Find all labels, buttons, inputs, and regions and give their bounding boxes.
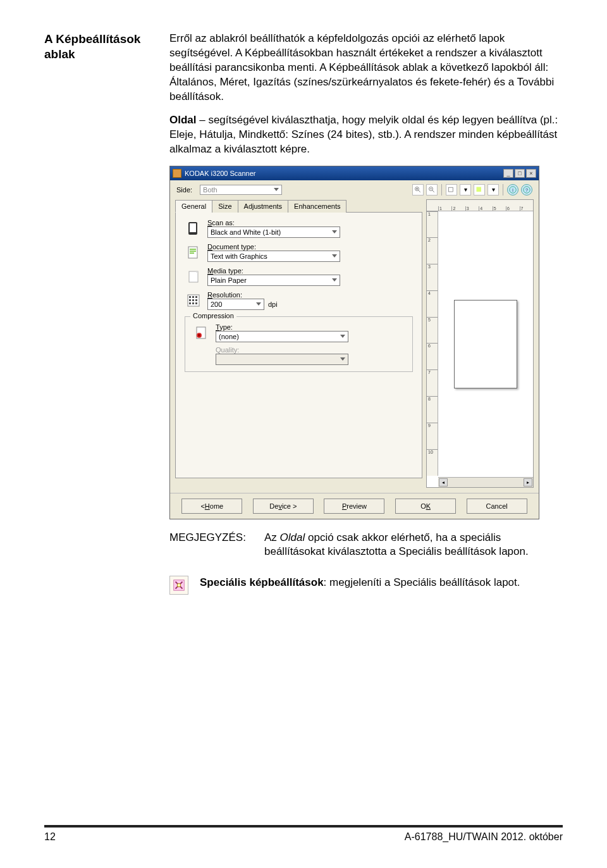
scroll-right-button[interactable]: ▸ bbox=[524, 478, 532, 487]
minimize-button[interactable]: _ bbox=[503, 169, 513, 178]
blank-page-preview bbox=[454, 300, 517, 388]
compression-icon bbox=[193, 324, 211, 342]
svg-rect-23 bbox=[192, 296, 194, 298]
svg-line-5 bbox=[432, 190, 434, 192]
svg-rect-16 bbox=[190, 249, 196, 250]
svg-rect-19 bbox=[189, 271, 198, 282]
tool1-icon[interactable] bbox=[446, 184, 457, 195]
section-title: A Képbeállítások ablak bbox=[44, 32, 145, 595]
vertical-ruler: 12345678910 bbox=[427, 211, 438, 476]
chevron-down-icon bbox=[332, 254, 337, 257]
media-icon bbox=[185, 268, 202, 285]
svg-rect-25 bbox=[189, 299, 191, 301]
tab-strip: General Size Adjustments Enhancements bbox=[175, 199, 422, 213]
zoom-out-icon[interactable] bbox=[426, 184, 438, 195]
ok-button[interactable]: OK bbox=[395, 499, 456, 514]
side-label: Side: bbox=[176, 186, 192, 194]
side-dropdown[interactable]: Both bbox=[200, 185, 282, 195]
compression-type-dropdown[interactable]: (none) bbox=[216, 331, 348, 342]
oldal-rest: – segítségével kiválaszthatja, hogy mely… bbox=[169, 114, 558, 155]
dpi-label: dpi bbox=[268, 301, 278, 308]
svg-rect-7 bbox=[449, 187, 453, 192]
svg-rect-29 bbox=[192, 302, 194, 304]
svg-rect-30 bbox=[195, 302, 197, 304]
chevron-down-icon bbox=[340, 357, 345, 361]
advanced-settings-icon bbox=[169, 576, 188, 595]
svg-point-35 bbox=[177, 584, 181, 588]
tool4-icon[interactable]: ▾ bbox=[487, 184, 499, 195]
device-button[interactable]: Device > bbox=[253, 499, 314, 514]
preview-canvas bbox=[438, 211, 533, 477]
scroll-left-button[interactable]: ◂ bbox=[439, 478, 448, 487]
scanner-dialog: KODAK i3200 Scanner _ □ × Side: Both bbox=[169, 166, 539, 519]
help-icon[interactable]: ? bbox=[521, 184, 532, 195]
chevron-down-icon bbox=[332, 230, 337, 233]
preview-pane: 1234567 12345678910 ◂ ▸ bbox=[426, 199, 534, 488]
doctype-dropdown[interactable]: Text with Graphics bbox=[207, 251, 340, 262]
chevron-down-icon bbox=[332, 278, 337, 282]
zoom-in-icon[interactable] bbox=[412, 184, 424, 195]
home-button[interactable]: < Home bbox=[181, 499, 242, 514]
resolution-dropdown[interactable]: 200 bbox=[207, 299, 264, 310]
compression-group: Compression Type: (none) bbox=[185, 316, 413, 372]
tab-size[interactable]: Size bbox=[212, 200, 238, 213]
intro-paragraph: Erről az ablakról beállíthatók a képfeld… bbox=[169, 32, 563, 104]
top-toolbar: Side: Both bbox=[170, 180, 539, 199]
svg-rect-27 bbox=[195, 299, 197, 301]
scan-as-icon bbox=[185, 220, 202, 237]
note-body: Az Oldal opció csak akkor elérhető, ha a… bbox=[264, 531, 563, 560]
svg-rect-18 bbox=[190, 252, 194, 254]
doctype-icon bbox=[185, 244, 202, 261]
svg-rect-22 bbox=[189, 296, 191, 298]
tab-general[interactable]: General bbox=[175, 200, 212, 213]
horizontal-ruler: 1234567 bbox=[427, 200, 533, 211]
tool3-icon[interactable] bbox=[474, 184, 485, 195]
tab-adjustments[interactable]: Adjustments bbox=[238, 200, 289, 213]
quality-label: Quality: bbox=[216, 346, 405, 354]
svg-rect-24 bbox=[195, 296, 197, 298]
oldal-paragraph: Oldal – segítségével kiválaszthatja, hog… bbox=[169, 113, 563, 157]
scan-as-dropdown[interactable]: Black and White (1-bit) bbox=[207, 226, 340, 238]
info-icon[interactable]: i bbox=[507, 184, 518, 195]
advanced-row: Speciális képbeállítások: megjeleníti a … bbox=[169, 576, 563, 595]
quality-dropdown bbox=[216, 354, 348, 365]
doc-id: A-61788_HU/TWAIN 2012. október bbox=[405, 831, 563, 843]
cancel-button[interactable]: Cancel bbox=[467, 499, 527, 514]
chevron-down-icon bbox=[274, 188, 279, 191]
svg-rect-28 bbox=[189, 302, 191, 304]
page-number: 12 bbox=[44, 831, 56, 843]
close-button[interactable]: × bbox=[526, 169, 536, 178]
svg-rect-14 bbox=[190, 223, 196, 232]
tab-enhancements[interactable]: Enhancements bbox=[288, 200, 346, 213]
tab-content: Scan as: Black and White (1-bit) Documen… bbox=[175, 213, 422, 478]
advanced-text: Speciális képbeállítások: megjeleníti a … bbox=[200, 576, 520, 590]
app-icon bbox=[173, 169, 181, 178]
preview-button[interactable]: Preview bbox=[324, 499, 384, 514]
note-label: MEGJEGYZÉS: bbox=[169, 531, 264, 560]
chevron-down-icon bbox=[340, 335, 345, 338]
svg-text:?: ? bbox=[525, 187, 528, 192]
horizontal-scrollbar[interactable]: ◂ ▸ bbox=[438, 477, 533, 487]
dialog-button-row: < Home Device > Preview OK Cancel bbox=[170, 493, 539, 519]
svg-rect-26 bbox=[192, 299, 194, 301]
titlebar: KODAK i3200 Scanner _ □ × bbox=[170, 166, 539, 180]
window-title: KODAK i3200 Scanner bbox=[185, 170, 502, 177]
oldal-bold: Oldal bbox=[169, 114, 197, 126]
tool2-icon[interactable]: ▾ bbox=[460, 184, 471, 195]
maximize-button[interactable]: □ bbox=[515, 169, 525, 178]
note-row: MEGJEGYZÉS: Az Oldal opció csak akkor el… bbox=[169, 531, 563, 560]
media-dropdown[interactable]: Plain Paper bbox=[207, 275, 340, 286]
svg-rect-17 bbox=[190, 251, 196, 252]
resolution-icon bbox=[185, 292, 202, 309]
svg-rect-33 bbox=[198, 334, 200, 337]
page-footer: 12 A-61788_HU/TWAIN 2012. október bbox=[44, 825, 563, 843]
svg-line-1 bbox=[419, 190, 420, 192]
chevron-down-icon bbox=[256, 302, 261, 306]
svg-rect-8 bbox=[477, 187, 482, 192]
